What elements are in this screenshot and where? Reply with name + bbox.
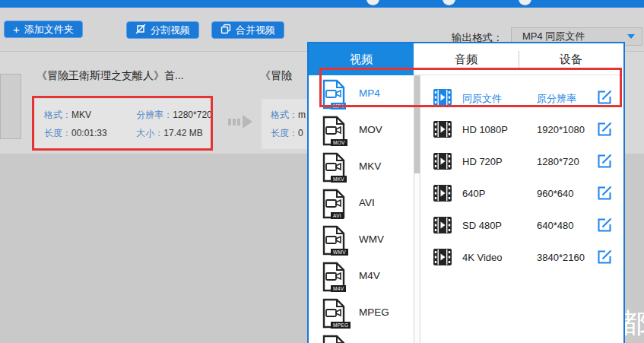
format-name: M4V (359, 270, 380, 281)
option-resolution: 640*480 (537, 220, 573, 231)
format-item-avi[interactable]: AVI AVI (309, 187, 412, 224)
format-badge: MOV (331, 139, 347, 146)
format-name: MOV (359, 124, 382, 135)
option-resolution: 1280*720 (537, 156, 579, 167)
format-badge: AVI (331, 212, 344, 219)
option-4k-video[interactable]: 4K Video 3840*2160 (423, 242, 623, 274)
video-file-icon: MPEG (321, 298, 347, 329)
format-item-partial[interactable] (309, 333, 412, 343)
option-name: 640P (462, 188, 485, 199)
split-video-button[interactable]: 分割视频 (126, 21, 199, 39)
film-icon (433, 217, 452, 237)
video-file-icon: MOV (321, 116, 347, 146)
duration-label: 长度： (271, 128, 298, 138)
option-resolution: 1920*1080 (537, 124, 585, 135)
format-item-m4v[interactable]: M4V M4V (309, 260, 412, 297)
video-file-icon: M4V (321, 262, 347, 292)
duration-value: 0 (298, 128, 303, 138)
format-badge: MPEG (331, 322, 351, 329)
tray-icon[interactable] (366, 0, 379, 5)
option-hd-1080p[interactable]: HD 1080P 1920*1080 (423, 114, 623, 146)
output-format-value: MP4 同原文件 (522, 30, 585, 42)
option-resolution: 3840*2160 (537, 252, 585, 263)
format-item-mpeg[interactable]: MPEG MPEG (309, 297, 412, 333)
video-file-icon: WMV (321, 225, 347, 256)
merge-video-button[interactable]: 合并视频 (211, 21, 284, 39)
option-name: HD 720P (462, 156, 503, 167)
highlight-rect-file-info (32, 96, 213, 151)
tray-icon[interactable] (443, 0, 455, 5)
option-name: SD 480P (462, 220, 502, 231)
tray-icon[interactable] (519, 0, 531, 5)
plus-icon: + (13, 24, 20, 35)
add-folder-button[interactable]: + 添加文件夹 (4, 21, 83, 38)
format-item-wmv[interactable]: WMV WMV (309, 224, 412, 260)
film-icon (433, 153, 452, 173)
edit-icon[interactable] (596, 249, 613, 268)
video-file-icon: MKV (321, 152, 347, 183)
tab-divider (519, 51, 519, 68)
title-strip (0, 0, 644, 8)
split-icon (135, 24, 146, 37)
option-name: HD 1080P (462, 124, 508, 135)
option-name: 4K Video (462, 252, 503, 263)
highlight-rect-selected-format (319, 68, 622, 107)
split-video-label: 分割视频 (151, 24, 190, 37)
option-hd-720p[interactable]: HD 720P 1280*720 (423, 146, 623, 178)
merge-video-label: 合并视频 (236, 24, 275, 37)
format-name: AVI (359, 197, 375, 208)
format-name: MPEG (359, 306, 389, 318)
format-name: MKV (359, 160, 381, 172)
edit-icon[interactable] (596, 121, 613, 141)
film-icon (433, 121, 452, 141)
edit-icon[interactable] (596, 185, 613, 205)
option-resolution: 960*640 (537, 188, 573, 199)
film-icon (433, 185, 452, 205)
format-label: 格式： (271, 110, 298, 120)
edit-icon[interactable] (596, 217, 613, 237)
format-value: m (298, 110, 306, 120)
video-thumbnail[interactable] (0, 74, 21, 139)
format-item-mov[interactable]: MOV MOV (309, 114, 412, 151)
format-badge: M4V (331, 285, 346, 292)
film-icon (433, 249, 452, 268)
chevron-down-icon (627, 34, 635, 39)
option-640p[interactable]: 640P 960*640 (423, 178, 623, 210)
video-file-icon: AVI (321, 189, 347, 219)
merge-icon (220, 24, 231, 37)
file-title: 《冒險 (260, 69, 292, 83)
file-title: 《冒險王衛斯理之支離人》首... (36, 69, 184, 83)
transfer-arrow-icon (228, 115, 252, 129)
format-badge: WMV (331, 249, 348, 256)
format-list-scrollbar[interactable] (414, 75, 420, 343)
add-folder-label: 添加文件夹 (24, 23, 74, 37)
format-badge: MKV (331, 176, 347, 183)
format-item-mkv[interactable]: MKV MKV (309, 151, 412, 187)
app-window: + 添加文件夹 分割视频 合并视频 输出格式： MP4 同原文件 《冒險王衛斯理… (0, 0, 644, 343)
format-name: WMV (359, 233, 384, 245)
edit-icon[interactable] (596, 153, 613, 173)
option-sd-480p[interactable]: SD 480P 640*480 (423, 210, 623, 242)
video-file-icon (321, 335, 347, 343)
